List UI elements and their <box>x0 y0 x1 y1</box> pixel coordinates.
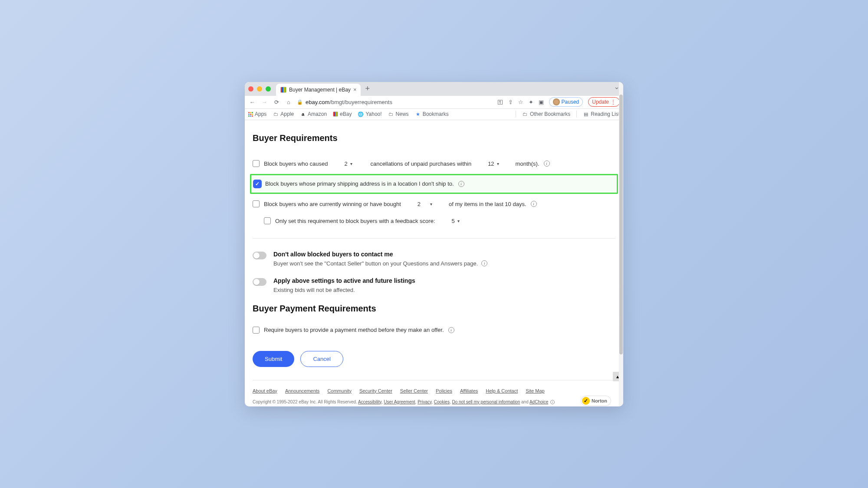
scrollbar-thumb[interactable] <box>619 95 623 354</box>
info-icon[interactable] <box>458 181 464 187</box>
block-shipping-row: Block buyers whose primary shipping addr… <box>250 174 618 194</box>
bookmark-yahoo[interactable]: 🌐Yahoo! <box>358 111 381 117</box>
toolbar-right: ⚿ ⇧ ☆ ✦ ▣ Paused Update ⋮ <box>497 97 620 107</box>
unpaid-count-select[interactable]: 2 ▾ <box>342 160 355 168</box>
bookmark-ebay[interactable]: eBay <box>333 111 352 117</box>
block-unpaid-checkbox[interactable] <box>253 160 260 167</box>
toggle-apply-row: Apply above settings to active and futur… <box>253 277 615 293</box>
label-text: cancellations of unpaid purchases within <box>370 160 471 167</box>
close-window-button[interactable] <box>248 86 253 92</box>
block-shipping-checkbox[interactable] <box>254 180 261 187</box>
cast-icon[interactable]: ▣ <box>539 99 544 105</box>
footer-link[interactable]: About eBay <box>253 388 277 393</box>
apps-label: Apps <box>255 111 266 117</box>
chevron-down-icon: ▾ <box>457 219 460 223</box>
page-title: Buyer Requirements <box>253 133 615 143</box>
footer-link[interactable]: Announcements <box>285 388 320 393</box>
toggle-title: Apply above settings to active and futur… <box>273 277 415 284</box>
bookmark-apple[interactable]: 🗀Apple <box>273 111 294 117</box>
divider <box>516 111 516 118</box>
require-payment-row: Require buyers to provide a payment meth… <box>253 322 615 338</box>
info-icon[interactable] <box>544 160 550 167</box>
legal-link[interactable]: AdChoice <box>529 400 548 404</box>
folder-icon: 🗀 <box>273 111 279 117</box>
unpaid-months-select[interactable]: 12 ▾ <box>486 160 500 168</box>
block-winning-checkbox[interactable] <box>253 200 260 207</box>
footer-link[interactable]: Security Center <box>359 388 392 393</box>
footer-link[interactable]: Community <box>327 388 352 393</box>
label-text: Block buyers whose primary shipping addr… <box>265 180 454 187</box>
label-text: of my items in the last 10 days. <box>449 201 526 207</box>
toggle-desc: Buyer won't see the "Contact Seller" but… <box>273 260 478 267</box>
browser-tab[interactable]: Buyer Management | eBay × <box>276 84 361 96</box>
apply-listings-toggle[interactable] <box>253 278 266 286</box>
url-text: ebay.com/bmgt/buyerrequirements <box>306 99 392 105</box>
feedback-score-checkbox[interactable] <box>264 217 271 224</box>
footer-link[interactable]: Help & Contact <box>486 388 518 393</box>
reading-list-icon: ▤ <box>583 111 589 117</box>
feedback-score-row: Only set this requirement to block buyer… <box>253 213 615 229</box>
require-payment-checkbox[interactable] <box>253 327 260 334</box>
update-button[interactable]: Update ⋮ <box>588 97 620 107</box>
footer-link[interactable]: Site Map <box>526 388 544 393</box>
close-tab-icon[interactable]: × <box>353 86 357 93</box>
share-icon[interactable]: ⇧ <box>508 99 513 105</box>
bookmark-star-icon[interactable]: ☆ <box>518 99 523 105</box>
bookmark-news[interactable]: 🗀News <box>388 111 409 117</box>
label-text: Block buyers who are currently winning o… <box>264 201 401 207</box>
star-icon: ★ <box>415 111 421 117</box>
toggle-title: Don't allow blocked buyers to contact me <box>273 251 487 258</box>
legal-link[interactable]: Privacy <box>418 400 431 404</box>
button-row: Submit Cancel <box>253 351 615 367</box>
winning-count-select[interactable]: 2 ▾ <box>416 200 434 208</box>
url-input[interactable]: 🔒 ebay.com/bmgt/buyerrequirements <box>297 99 493 105</box>
home-button[interactable]: ⌂ <box>285 99 293 105</box>
divider <box>253 238 615 239</box>
copyright-line: Copyright © 1995-2022 eBay Inc. All Righ… <box>253 400 615 404</box>
info-icon[interactable] <box>531 201 537 207</box>
menu-dots-icon: ⋮ <box>611 99 616 105</box>
toggle-desc: Existing bids will not be affected. <box>273 287 355 293</box>
info-icon[interactable] <box>550 400 555 404</box>
divider <box>576 111 577 118</box>
info-icon[interactable] <box>481 260 487 266</box>
submit-button[interactable]: Submit <box>253 351 294 367</box>
vertical-scrollbar[interactable] <box>619 82 623 406</box>
footer-links: About eBay Announcements Community Secur… <box>253 388 615 393</box>
legal-link[interactable]: User Agreement <box>384 400 415 404</box>
apps-shortcut[interactable]: Apps <box>248 111 266 117</box>
reading-list[interactable]: ▤Reading List <box>583 111 620 117</box>
bookmark-bookmarks[interactable]: ★Bookmarks <box>415 111 449 117</box>
chevron-down-icon: ▾ <box>430 202 432 206</box>
footer-link[interactable]: Affiliates <box>460 388 478 393</box>
browser-window: Buyer Management | eBay × + ← → ⟳ ⌂ 🔒 eb… <box>245 82 623 406</box>
bookmark-amazon[interactable]: aAmazon <box>300 111 327 117</box>
apps-grid-icon <box>248 112 253 117</box>
footer-link[interactable]: Policies <box>436 388 452 393</box>
legal-link[interactable]: Accessibility <box>358 400 381 404</box>
feedback-score-select[interactable]: 5 ▾ <box>450 217 463 225</box>
footer-link[interactable]: Seller Center <box>400 388 428 393</box>
label-text: Require buyers to provide a payment meth… <box>264 327 444 333</box>
legal-link[interactable]: Do not sell my personal information <box>452 400 520 404</box>
cancel-button[interactable]: Cancel <box>300 351 343 367</box>
other-bookmarks[interactable]: 🗀Other Bookmarks <box>522 111 570 117</box>
norton-badge[interactable]: ✓ Norton <box>581 396 611 406</box>
back-button[interactable]: ← <box>248 99 256 105</box>
reload-button[interactable]: ⟳ <box>273 99 280 105</box>
tab-strip: Buyer Management | eBay × + <box>245 82 623 96</box>
key-icon[interactable]: ⚿ <box>497 99 503 105</box>
folder-icon: 🗀 <box>388 111 394 117</box>
block-contact-toggle[interactable] <box>253 252 266 259</box>
forward-button[interactable]: → <box>260 99 268 105</box>
profile-paused-pill[interactable]: Paused <box>549 97 583 107</box>
footer: About eBay Announcements Community Secur… <box>253 380 615 406</box>
new-tab-button[interactable]: + <box>365 84 370 93</box>
minimize-window-button[interactable] <box>257 86 262 92</box>
maximize-window-button[interactable] <box>266 86 271 92</box>
legal-link[interactable]: Cookies <box>434 400 450 404</box>
extensions-icon[interactable]: ✦ <box>529 99 533 105</box>
section-title: Buyer Payment Requirements <box>253 304 615 314</box>
chevron-down-icon: ▾ <box>350 161 352 166</box>
info-icon[interactable] <box>448 327 454 333</box>
